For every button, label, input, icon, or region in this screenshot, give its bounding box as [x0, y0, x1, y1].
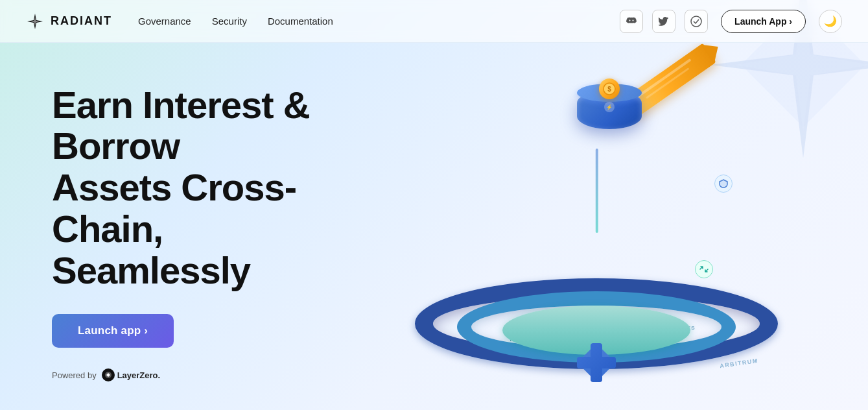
- telegram-icon[interactable]: [685, 10, 708, 33]
- hub-top-cylinder: $ ⚡: [577, 90, 642, 129]
- hero-title-line3: Seamlessly: [52, 249, 250, 291]
- hub-top: $ ⚡: [577, 90, 642, 129]
- layerzero-logo: LayerZero.: [102, 368, 160, 381]
- ring-system: ARBITRUM PLATFORM FEES FINANCE: [415, 187, 778, 369]
- nav-item-security[interactable]: Security: [212, 16, 247, 27]
- discord-icon[interactable]: [620, 10, 643, 33]
- hero-section: Earn Interest & Borrow Assets Cross-Chai…: [52, 71, 363, 382]
- nav-link-security[interactable]: Security: [212, 16, 247, 27]
- launch-app-nav-button[interactable]: Launch App ›: [721, 10, 806, 33]
- nav-left: RADIANT Governance Security Documentatio…: [26, 12, 333, 30]
- main-content: Earn Interest & Borrow Assets Cross-Chai…: [0, 43, 868, 410]
- logo-link[interactable]: RADIANT: [26, 12, 112, 30]
- ring-label-arbitrum: ARBITRUM: [719, 357, 758, 369]
- powered-by-label: Powered by: [52, 370, 97, 380]
- nav-link-documentation[interactable]: Documentation: [268, 16, 333, 27]
- social-icons: [620, 10, 708, 33]
- cross-shape: [577, 343, 616, 382]
- nav-item-governance[interactable]: Governance: [138, 16, 191, 27]
- launch-app-hero-button[interactable]: Launch app ›: [52, 314, 174, 348]
- moon-icon: 🌙: [824, 15, 837, 27]
- nav-item-documentation[interactable]: Documentation: [268, 16, 333, 27]
- svg-text:$: $: [607, 86, 611, 93]
- brand-name: RADIANT: [51, 14, 112, 28]
- navbar: RADIANT Governance Security Documentatio…: [0, 0, 868, 43]
- svg-point-0: [691, 16, 701, 27]
- twitter-icon[interactable]: [652, 10, 675, 33]
- cross-vertical: [591, 343, 602, 382]
- theme-toggle-button[interactable]: 🌙: [819, 10, 842, 33]
- powered-by-section: Powered by LayerZero.: [52, 368, 363, 381]
- layerzero-icon: [102, 368, 115, 381]
- illustration-container: $ ⚡ 🔥: [408, 71, 784, 382]
- nav-right: Launch App › 🌙: [620, 10, 842, 33]
- layerzero-brand-name: LayerZero.: [117, 370, 160, 380]
- hero-illustration: $ ⚡ 🔥: [363, 43, 829, 410]
- hero-title-line2: Assets Cross-Chain,: [52, 166, 296, 250]
- logo-star-icon: [26, 12, 44, 30]
- coin-top: $: [599, 78, 620, 99]
- nav-link-governance[interactable]: Governance: [138, 16, 191, 27]
- hero-title: Earn Interest & Borrow Assets Cross-Chai…: [52, 84, 363, 291]
- nav-links: Governance Security Documentation: [138, 16, 333, 27]
- bottom-cross-decoration: [577, 343, 616, 382]
- hero-title-line1: Earn Interest & Borrow: [52, 84, 310, 167]
